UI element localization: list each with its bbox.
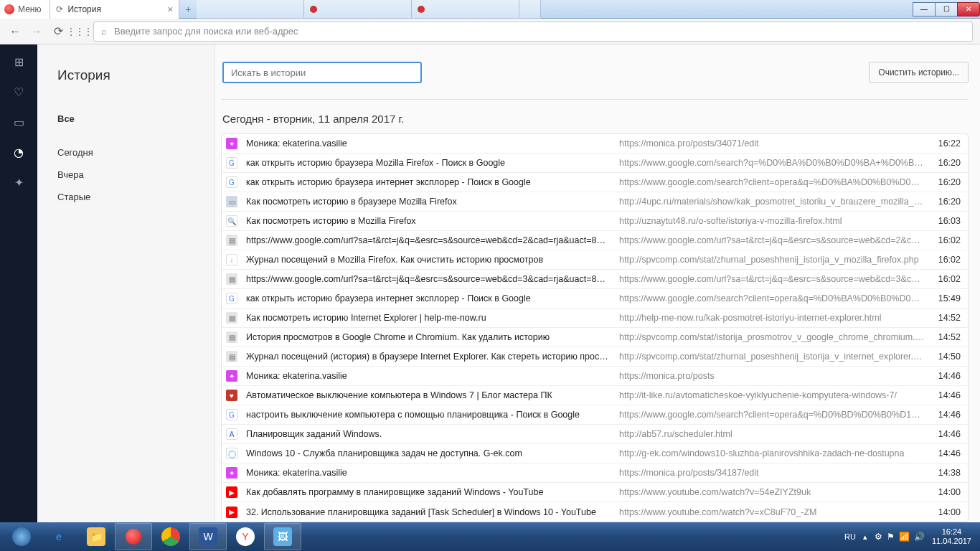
reload-button[interactable]: ⟳: [50, 24, 66, 39]
windows-taskbar: e 📁 W Y 🖼 RU ▴ ⚙ ⚑ 📶 🔊 16:24 11.04.2017: [0, 522, 980, 551]
history-entry[interactable]: ▤Как посмотреть историю Internet Explore…: [222, 309, 968, 328]
history-entry[interactable]: ♥Автоматическое выключение компьютера в …: [222, 386, 968, 405]
sidebar-item-today[interactable]: Сегодня: [57, 141, 215, 164]
sidebar-item-older[interactable]: Старые: [57, 186, 215, 208]
history-list: ✦Моника: ekaterina.vasiliehttps://monica…: [221, 133, 969, 522]
entry-title: Планировщик заданий Windows.: [246, 429, 619, 439]
menu-button[interactable]: Меню: [0, 0, 50, 19]
entry-url: http://ab57.ru/scheduler.html: [619, 429, 925, 439]
entry-title: Как добавлять программу в планировщике з…: [246, 487, 619, 497]
history-entry[interactable]: ✦Моника: ekaterina.vasiliehttps://monica…: [222, 134, 968, 154]
favicon: G: [226, 176, 237, 188]
titlebar: Меню ⟳ История × + — ☐ ✕: [0, 0, 980, 19]
history-entry[interactable]: 🔍Как посмотреть историю в Mozilla Firefo…: [222, 212, 968, 231]
entry-time: 14:50: [925, 352, 961, 362]
history-entry[interactable]: Gнастроить выключение компьютера с помощ…: [222, 405, 968, 425]
history-entry[interactable]: ▤https://www.google.com/url?sa=t&rct=j&q…: [222, 270, 968, 289]
close-button[interactable]: ✕: [957, 2, 980, 17]
taskbar-explorer[interactable]: 📁: [77, 523, 115, 550]
history-entry[interactable]: Gкак открыть историю браузера интернет э…: [222, 289, 968, 309]
taskbar-word[interactable]: W: [189, 523, 227, 550]
history-entry[interactable]: ▭Как посмотреть историю в браузере Mozil…: [222, 192, 968, 212]
entry-url: https://monica.pro/posts: [619, 371, 925, 381]
forward-button[interactable]: →: [29, 24, 44, 39]
history-entry[interactable]: ◯Windows 10 - Служба планировщика задач …: [222, 444, 968, 463]
favicon: ▭: [226, 196, 237, 207]
entry-url: https://www.google.com/search?client=ope…: [619, 293, 925, 303]
tray-network-icon[interactable]: 📶: [899, 532, 910, 542]
entry-url: https://www.google.com/search?client=ope…: [619, 410, 925, 420]
entry-url: http://spvcomp.com/stat/istorija_prosmot…: [619, 332, 925, 342]
entry-title: Как посмотреть историю в браузере Mozill…: [246, 197, 619, 207]
history-entry[interactable]: ✦Моника: ekaterina.vasiliehttps://monica…: [222, 463, 968, 483]
history-entry[interactable]: ▤Журнал посещений (история) в браузере I…: [222, 347, 968, 367]
rail-bookmarks-icon[interactable]: ♡: [11, 85, 26, 99]
favicon: A: [226, 428, 237, 440]
speed-dial-button[interactable]: ⋮⋮⋮: [72, 24, 88, 39]
favicon: ▶: [226, 507, 237, 518]
entry-url: http://4upc.ru/materials/show/kak_posmot…: [619, 197, 925, 207]
tray-clock[interactable]: 16:24 11.04.2017: [932, 527, 971, 546]
rail-speed-dial-icon[interactable]: ⊞: [11, 55, 26, 69]
tab-inactive[interactable]: [412, 0, 519, 19]
rail-extensions-icon[interactable]: ✦: [11, 175, 26, 189]
entry-url: https://monica.pro/posts/34187/edit: [619, 468, 925, 478]
tray-chevron-icon[interactable]: ▴: [863, 532, 867, 542]
favicon: ▤: [226, 273, 237, 285]
tray-icon[interactable]: ⚙: [875, 532, 882, 542]
taskbar-yandex[interactable]: Y: [227, 523, 264, 550]
address-bar[interactable]: ⌕ Введите запрос для поиска или веб-адре…: [93, 22, 973, 42]
entry-url: https://www.google.com/search?client=ope…: [619, 177, 925, 187]
taskbar-opera[interactable]: [115, 523, 152, 550]
maximize-button[interactable]: ☐: [935, 2, 958, 17]
tab-inactive[interactable]: [519, 0, 541, 19]
history-icon: ⟳: [56, 4, 63, 14]
entry-title: Моника: ekaterina.vasilie: [246, 468, 619, 478]
entry-title: Моника: ekaterina.vasilie: [246, 138, 619, 149]
history-entry[interactable]: ✦Моника: ekaterina.vasiliehttps://monica…: [222, 367, 968, 386]
history-entry[interactable]: ▶Как добавлять программу в планировщике …: [222, 483, 968, 502]
sidebar-item-all[interactable]: Все: [57, 108, 215, 130]
entry-title: 32. Использование планировщика заданий […: [246, 507, 619, 517]
entry-time: 14:00: [925, 487, 961, 497]
start-button[interactable]: [3, 523, 40, 550]
entry-time: 14:46: [925, 448, 961, 458]
history-entry[interactable]: ▤История просмотров в Google Chrome и Ch…: [222, 328, 968, 347]
history-entry[interactable]: ▶32. Использование планировщика заданий …: [222, 502, 968, 522]
history-entry[interactable]: Gкак открыть историю браузера Mozilla Fi…: [222, 154, 968, 173]
opera-icon: [4, 4, 14, 14]
tab-close-icon[interactable]: ×: [167, 4, 173, 15]
clear-history-button[interactable]: Очистить историю...: [869, 62, 969, 83]
entry-time: 14:46: [925, 390, 961, 400]
entry-url: https://www.google.com/search?q=%D0%BA%D…: [619, 158, 925, 168]
history-entry[interactable]: Gкак открыть историю браузера интернет э…: [222, 173, 968, 192]
rail-history-icon[interactable]: ◔: [11, 145, 26, 159]
tab-active[interactable]: ⟳ История ×: [50, 0, 179, 19]
tray-volume-icon[interactable]: 🔊: [914, 532, 925, 542]
history-sidebar: История Все Сегодня Вчера Старые: [37, 44, 215, 522]
entry-title: Моника: ekaterina.vasilie: [246, 371, 619, 381]
history-entry[interactable]: ▤https://www.google.com/url?sa=t&rct=j&q…: [222, 231, 968, 250]
favicon: ✦: [226, 467, 237, 479]
tray-flag-icon[interactable]: ⚑: [887, 532, 895, 542]
speed-dial-rail: ⊞ ♡ ▭ ◔ ✦: [0, 44, 37, 522]
history-search-input[interactable]: [222, 62, 422, 83]
taskbar-ie[interactable]: e: [40, 523, 77, 550]
entry-title: как открыть историю браузера Mozilla Fir…: [246, 158, 619, 168]
taskbar-photos[interactable]: 🖼: [264, 523, 301, 550]
favicon: G: [226, 409, 237, 420]
taskbar-chrome[interactable]: [152, 523, 189, 550]
new-tab-button[interactable]: +: [179, 2, 197, 17]
history-entry[interactable]: ↓Журнал посещений в Mozilla Firefox. Как…: [222, 250, 968, 270]
tab-inactive[interactable]: [197, 0, 304, 19]
rail-news-icon[interactable]: ▭: [11, 115, 26, 129]
history-entry[interactable]: AПланировщик заданий Windows.http://ab57…: [222, 425, 968, 444]
favicon: ✦: [226, 138, 237, 149]
entry-url: https://www.google.com/url?sa=t&rct=j&q=…: [619, 274, 925, 284]
minimize-button[interactable]: —: [913, 2, 936, 17]
entry-time: 14:52: [925, 313, 961, 323]
tray-language[interactable]: RU: [844, 532, 856, 541]
tab-inactive[interactable]: [304, 0, 412, 19]
sidebar-item-yesterday[interactable]: Вчера: [57, 164, 215, 186]
back-button[interactable]: ←: [7, 24, 23, 39]
